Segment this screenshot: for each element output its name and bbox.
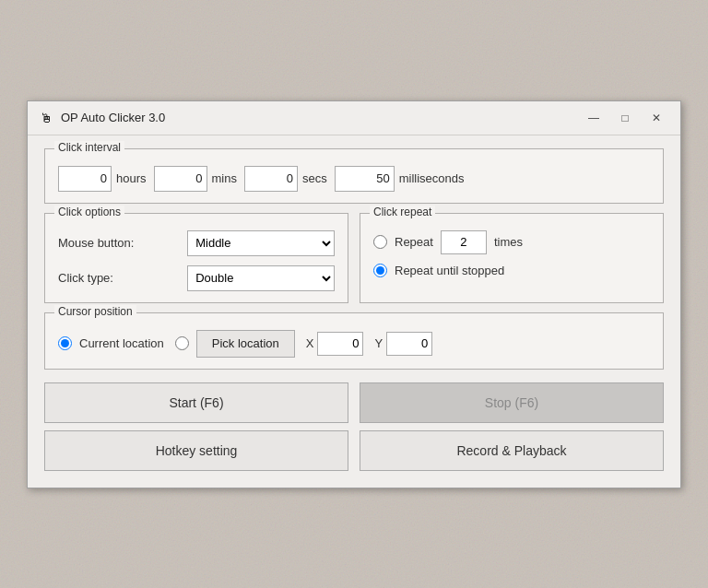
top-btn-row: Start (F6) Stop (F6) [44,382,664,423]
title-bar: 🖱 OP Auto Clicker 3.0 — □ ✕ [28,101,680,135]
x-input[interactable] [317,332,363,356]
repeat-row: Repeat times [373,230,650,254]
repeat-radio[interactable] [373,235,387,249]
cursor-row: Current location Pick location X Y [58,330,650,358]
start-button[interactable]: Start (F6) [44,382,348,423]
mins-label: mins [212,171,237,185]
mins-group: mins [154,166,237,192]
mouse-button-select[interactable]: Left Middle Right [187,230,335,256]
repeat-until-stopped-row: Repeat until stopped [373,264,650,277]
mouse-button-label: Mouse button: [58,236,180,250]
y-label: Y [374,336,383,350]
click-options-section: Click options Mouse button: Left Middle … [44,213,348,303]
secs-input[interactable] [244,166,298,192]
milliseconds-input[interactable] [335,166,395,192]
window-controls: — □ ✕ [581,109,669,127]
middle-row: Click options Mouse button: Left Middle … [44,213,664,303]
maximize-button[interactable]: □ [612,109,638,127]
click-interval-section: Click interval hours mins secs milliseco… [44,148,664,204]
x-coord-group: X [306,332,364,356]
hours-group: hours [58,166,147,192]
interval-row: hours mins secs milliseconds [58,166,650,192]
mins-input[interactable] [154,166,207,192]
times-label: times [494,235,523,249]
main-window: 🖱 OP Auto Clicker 3.0 — □ ✕ Click interv… [27,100,681,488]
click-type-select[interactable]: Single Double [187,265,335,291]
repeat-count-input[interactable] [441,230,487,254]
repeat-until-stopped-radio[interactable] [373,264,387,277]
options-grid: Mouse button: Left Middle Right Click ty… [58,230,335,291]
hours-input[interactable] [58,166,112,192]
repeat-options: Repeat times Repeat until stopped [373,230,650,277]
app-icon: 🖱 [39,111,53,125]
current-location-radio[interactable] [58,336,72,350]
current-location-label[interactable]: Current location [79,336,164,350]
click-options-title: Click options [54,206,124,218]
y-coord-group: Y [374,332,432,356]
secs-group: secs [244,166,327,192]
hours-label: hours [116,171,147,185]
window-title: OP Auto Clicker 3.0 [61,111,165,124]
cursor-position-title: Cursor position [54,305,136,318]
bottom-btn-row: Hotkey setting Record & Playback [44,430,664,471]
hotkey-setting-button[interactable]: Hotkey setting [44,430,348,471]
minimize-button[interactable]: — [581,109,607,127]
x-label: X [306,336,314,350]
close-button[interactable]: ✕ [643,109,669,127]
pick-location-row: Pick location [175,330,295,358]
secs-label: secs [302,171,327,185]
title-left: 🖱 OP Auto Clicker 3.0 [39,111,165,125]
milliseconds-group: milliseconds [335,166,465,192]
y-input[interactable] [386,332,432,356]
repeat-label[interactable]: Repeat [395,235,433,249]
click-repeat-title: Click repeat [370,206,435,218]
window-body: Click interval hours mins secs milliseco… [28,135,680,488]
cursor-position-section: Cursor position Current location Pick lo… [44,312,664,370]
milliseconds-label: milliseconds [399,171,465,185]
pick-location-radio[interactable] [175,336,189,350]
click-type-label: Click type: [58,271,180,285]
current-location-row: Current location [58,336,164,350]
click-repeat-section: Click repeat Repeat times Repeat until s… [360,213,664,303]
record-playback-button[interactable]: Record & Playback [360,430,664,471]
pick-location-button[interactable]: Pick location [196,330,295,358]
click-interval-title: Click interval [54,141,124,154]
buttons-section: Start (F6) Stop (F6) Hotkey setting Reco… [44,382,664,471]
stop-button[interactable]: Stop (F6) [360,382,664,423]
repeat-until-stopped-label[interactable]: Repeat until stopped [395,264,504,277]
